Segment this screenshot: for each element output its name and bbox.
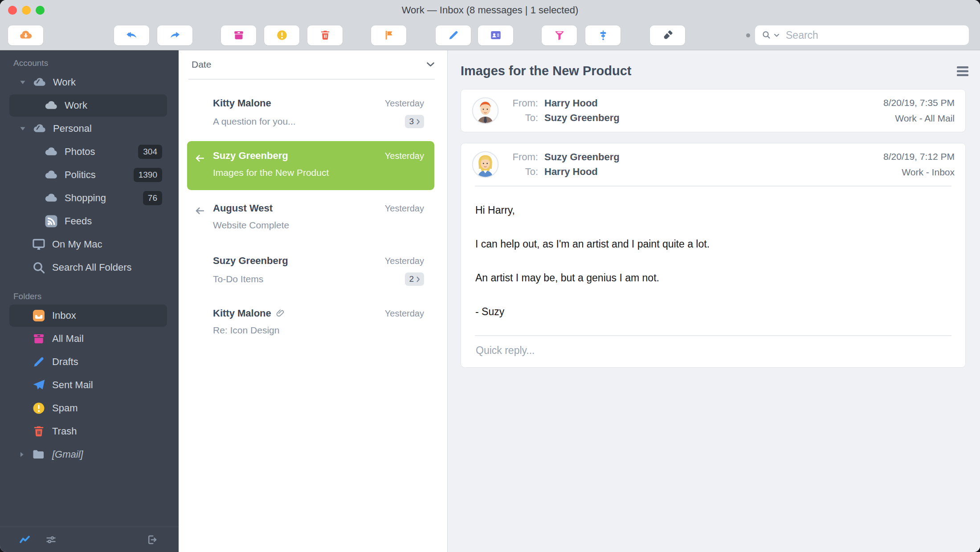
sidebar-item-sent-mail[interactable]: Sent Mail [0, 373, 179, 397]
from-value[interactable]: Harry Hood [544, 97, 598, 110]
reply-all-button[interactable] [114, 25, 149, 45]
message-datetime: 8/20/19, 7:35 PM [883, 97, 955, 109]
contact-card-icon [489, 28, 502, 42]
close-window-button[interactable] [8, 6, 17, 15]
inbox-icon [31, 308, 46, 323]
search-scope-chevron-icon [774, 33, 780, 37]
message-card-expanded: From:Suzy Greenberg To:Harry Hood 8/20/1… [461, 143, 966, 368]
to-value[interactable]: Harry Hood [544, 166, 598, 178]
pencil-icon [447, 28, 460, 42]
settings-sliders-icon[interactable] [45, 534, 57, 546]
unread-badge: 304 [138, 145, 162, 159]
quick-reply-input[interactable] [475, 336, 951, 367]
zoom-window-button[interactable] [36, 6, 45, 15]
unread-badge: 1390 [134, 168, 162, 182]
sort-header[interactable]: Date [179, 50, 447, 79]
cloud-icon [44, 191, 59, 206]
sidebar: Accounts Work Work Personal [0, 50, 179, 552]
avatar-suzy-greenberg [472, 151, 499, 178]
disclosure-down-icon[interactable] [20, 79, 26, 85]
archive-icon [232, 28, 245, 42]
message-folder: Work - All Mail [883, 113, 955, 124]
sidebar-item-trash[interactable]: Trash [0, 420, 179, 443]
sidebar-item-politics[interactable]: Politics 1390 [0, 163, 179, 187]
disclosure-right-icon[interactable] [19, 451, 25, 458]
status-dot [746, 33, 750, 37]
message-list-item[interactable]: Suzy Greenberg Yesterday To-Do Items 2 [187, 246, 434, 295]
compose-button[interactable] [436, 25, 471, 45]
reading-pane: Images for the New Product [448, 50, 980, 552]
search-input[interactable] [785, 29, 963, 42]
to-value[interactable]: Suzy Greenberg [544, 112, 620, 124]
message-list-item-selected[interactable]: Suzy Greenberg Yesterday Images for the … [187, 141, 434, 190]
sidebar-item-photos[interactable]: Photos 304 [0, 140, 179, 163]
search-icon [31, 260, 46, 275]
sidebar-item-gmail[interactable]: [Gmail] [0, 443, 179, 466]
mail-app-window: Work — Inbox (8 messages | 1 selected) [0, 0, 980, 552]
message-list-item[interactable]: August West Yesterday Website Complete [187, 194, 434, 243]
sidebar-item-work-inbox[interactable]: Work [0, 94, 179, 117]
trash-button[interactable] [307, 25, 343, 45]
activity-icon[interactable] [19, 534, 31, 546]
cloud-download-button[interactable] [8, 25, 43, 45]
search-icon [761, 30, 772, 41]
from-label: From: [509, 151, 538, 163]
sidebar-item-spam[interactable]: Spam [0, 397, 179, 420]
paint-brush-icon [661, 28, 674, 42]
sidebar-item-search-all-folders[interactable]: Search All Folders [0, 256, 179, 279]
toolbar [0, 20, 980, 50]
sidebar-bottom-bar [0, 527, 179, 552]
disclosure-down-icon[interactable] [20, 126, 26, 132]
contact-card-button[interactable] [478, 25, 513, 45]
report-spam-button[interactable] [264, 25, 299, 45]
message-card-collapsed[interactable]: From:Harry Hood To:Suzy Greenberg 8/20/1… [461, 89, 966, 132]
message-header[interactable]: From:Suzy Greenberg To:Harry Hood 8/20/1… [461, 143, 965, 186]
paperclip-icon [276, 308, 286, 318]
message-list-item[interactable]: Kitty Malone Yesterday Re: Icon Design [187, 299, 434, 348]
from-value[interactable]: Suzy Greenberg [544, 151, 620, 163]
flag-button[interactable] [371, 25, 406, 45]
sidebar-item-shopping[interactable]: Shopping 76 [0, 187, 179, 210]
sidebar-item-personal-account[interactable]: Personal [0, 117, 179, 140]
thread-count-badge[interactable]: 2 [405, 272, 424, 286]
sidebar-item-inbox[interactable]: Inbox [0, 304, 179, 327]
pencil-icon [31, 354, 46, 369]
hamburger-menu-icon[interactable] [957, 66, 968, 76]
sidebar-item-work-account[interactable]: Work [0, 71, 179, 94]
message-list-item[interactable]: Kitty Malone Yesterday A question for yo… [187, 89, 434, 138]
message-datetime: 8/20/19, 7:12 PM [883, 151, 955, 162]
folder-icon [31, 447, 46, 462]
filter-button[interactable] [542, 25, 577, 45]
search-field[interactable] [755, 25, 969, 45]
theme-button[interactable] [650, 25, 685, 45]
unread-badge: 76 [143, 191, 162, 205]
reply-all-icon [125, 28, 139, 42]
message-list-pane: Date Kitty Malone Yesterday A question f… [179, 50, 448, 552]
thread-count-badge[interactable]: 3 [405, 115, 424, 128]
message-folder: Work - Inbox [883, 166, 955, 178]
cloud-icon [44, 167, 59, 183]
replied-arrow-icon [194, 205, 205, 216]
sidebar-item-all-mail[interactable]: All Mail [0, 327, 179, 350]
paper-plane-icon [31, 377, 46, 393]
content-area: Accounts Work Work Personal [0, 50, 980, 552]
organize-button[interactable] [585, 25, 621, 45]
titlebar: Work — Inbox (8 messages | 1 selected) [0, 0, 980, 20]
body-paragraph: Hi Harry, [475, 203, 951, 217]
conversation-title: Images for the New Product [461, 64, 632, 78]
sidebar-item-on-my-mac[interactable]: On My Mac [0, 233, 179, 256]
replied-arrow-icon [194, 153, 205, 164]
archive-button[interactable] [221, 25, 256, 45]
forward-button[interactable] [157, 25, 192, 45]
organize-icon [596, 28, 610, 42]
sign-out-icon[interactable] [146, 534, 158, 546]
body-paragraph: An artist I may be, but a genius I am no… [475, 271, 951, 284]
alert-icon [275, 28, 289, 42]
avatar-harry-hood [472, 97, 499, 124]
minimize-window-button[interactable] [22, 6, 31, 15]
from-label: From: [509, 97, 538, 110]
sidebar-item-feeds[interactable]: Feeds [0, 210, 179, 233]
rss-icon [44, 214, 59, 229]
sidebar-item-drafts[interactable]: Drafts [0, 350, 179, 373]
cloud-download-icon [19, 28, 33, 42]
